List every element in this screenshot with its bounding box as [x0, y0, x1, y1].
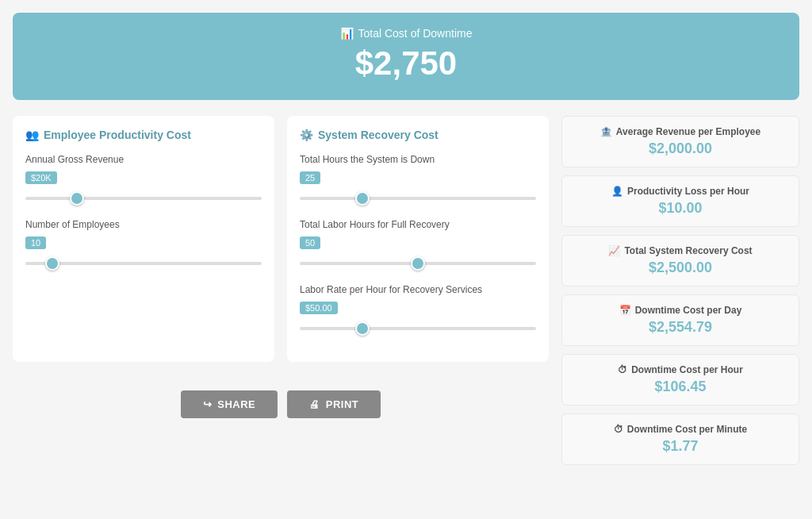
share-icon: ↪ [203, 398, 213, 410]
people-icon: 👥 [25, 129, 39, 141]
num-employees-group: Number of Employees 10 [25, 219, 262, 268]
header-total-value: $2,750 [29, 44, 783, 83]
num-employees-label: Number of Employees [25, 219, 262, 230]
metric-title-cost-per-minute: ⏱ Downtime Cost per Minute [575, 424, 786, 435]
metric-title-productivity-loss: 👤 Productivity Loss per Hour [575, 186, 786, 197]
metric-title-cost-per-day: 📅 Downtime Cost per Day [575, 305, 786, 316]
labor-hours-slider-container [300, 254, 536, 268]
annual-revenue-slider-container [25, 189, 262, 203]
metric-card-cost-per-minute: ⏱ Downtime Cost per Minute $1.77 [561, 413, 799, 465]
bank-icon: 🏦 [600, 126, 612, 137]
clock-icon: ⏱ [618, 364, 627, 375]
system-panel-title: ⚙️ System Recovery Cost [300, 129, 536, 141]
annual-revenue-group: Annual Gross Revenue $20K [25, 154, 262, 203]
labor-hours-label: Total Labor Hours for Full Recovery [300, 219, 536, 230]
metric-card-system-recovery: 📈 Total System Recovery Cost $2,500.00 [561, 235, 799, 286]
annual-revenue-badge: $20K [25, 171, 57, 184]
header-title-text: Total Cost of Downtime [358, 27, 473, 40]
hours-down-group: Total Hours the System is Down 25 [300, 154, 536, 203]
metric-title-avg-revenue: 🏦 Average Revenue per Employee [575, 126, 786, 137]
labor-rate-slider-container [300, 319, 536, 333]
hours-down-slider[interactable] [300, 197, 536, 200]
header-label: 📊 Total Cost of Downtime [29, 27, 783, 40]
num-employees-badge: 10 [25, 236, 46, 249]
num-employees-slider[interactable] [25, 262, 262, 265]
calendar-icon: 📅 [619, 305, 631, 316]
share-label: SHARE [217, 398, 255, 410]
num-employees-slider-container [25, 254, 262, 268]
print-label: PRINT [326, 398, 359, 410]
labor-rate-badge: $50.00 [300, 302, 338, 314]
main-content: 👥 Employee Productivity Cost Annual Gros… [13, 116, 799, 465]
left-panels: 👥 Employee Productivity Cost Annual Gros… [13, 116, 549, 418]
header-banner: 📊 Total Cost of Downtime $2,750 [13, 13, 799, 100]
metric-card-cost-per-day: 📅 Downtime Cost per Day $2,554.79 [561, 294, 799, 346]
share-button[interactable]: ↪ SHARE [181, 390, 278, 418]
labor-hours-slider[interactable] [300, 262, 536, 265]
print-icon: 🖨 [309, 398, 320, 410]
hours-down-label: Total Hours the System is Down [300, 154, 536, 165]
metric-card-avg-revenue: 🏦 Average Revenue per Employee $2,000.00 [561, 116, 799, 167]
system-panel: ⚙️ System Recovery Cost Total Hours the … [287, 116, 549, 362]
hours-down-badge: 25 [300, 171, 320, 184]
annual-revenue-label: Annual Gross Revenue [25, 154, 262, 165]
labor-rate-label: Labor Rate per Hour for Recovery Service… [300, 284, 536, 295]
bar-chart-icon: 📊 [340, 27, 354, 40]
print-button[interactable]: 🖨 PRINT [287, 390, 381, 418]
labor-rate-group: Labor Rate per Hour for Recovery Service… [300, 284, 536, 333]
employee-panel: 👥 Employee Productivity Cost Annual Gros… [13, 116, 274, 362]
person-remove-icon: 👤 [611, 186, 623, 197]
metric-card-cost-per-hour: ⏱ Downtime Cost per Hour $106.45 [561, 354, 799, 406]
gear-icon: ⚙️ [300, 129, 313, 141]
labor-hours-badge: 50 [300, 236, 320, 249]
labor-hours-group: Total Labor Hours for Full Recovery 50 [300, 219, 536, 268]
employee-panel-title: 👥 Employee Productivity Cost [25, 129, 262, 141]
annual-revenue-slider[interactable] [25, 197, 262, 200]
right-panel: 🏦 Average Revenue per Employee $2,000.00… [561, 116, 799, 465]
clock2-icon: ⏱ [614, 424, 623, 435]
panels-row: 👥 Employee Productivity Cost Annual Gros… [13, 116, 549, 362]
metric-title-system-recovery: 📈 Total System Recovery Cost [575, 245, 786, 256]
metric-title-cost-per-hour: ⏱ Downtime Cost per Hour [575, 364, 786, 375]
labor-rate-slider[interactable] [300, 327, 536, 330]
bottom-buttons: ↪ SHARE 🖨 PRINT [13, 390, 549, 418]
metric-card-productivity-loss: 👤 Productivity Loss per Hour $10.00 [561, 175, 799, 227]
trending-up-icon: 📈 [608, 245, 620, 256]
hours-down-slider-container [300, 189, 536, 203]
